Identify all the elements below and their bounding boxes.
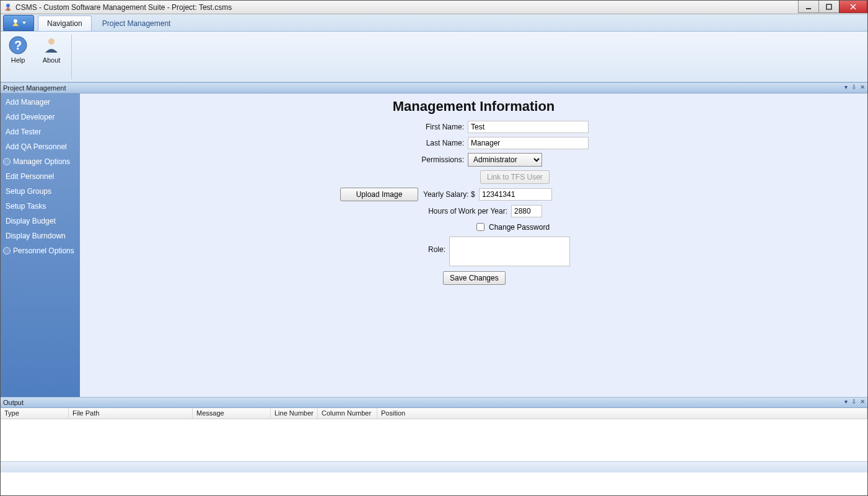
page-title: Management Information <box>80 98 867 115</box>
sidebar-item-display-budget[interactable]: Display Budget <box>1 214 80 228</box>
maximize-icon <box>826 4 832 10</box>
ribbon-tabs: Navigation Project Management <box>1 14 867 32</box>
svg-point-9 <box>48 38 55 45</box>
sidebar-item-personnel-options[interactable]: Personnel Options <box>1 243 80 258</box>
app-menu-icon <box>11 18 20 28</box>
first-name-field[interactable] <box>468 121 589 133</box>
svg-text:?: ? <box>14 38 22 52</box>
link-tfs-button[interactable]: Link to TFS User <box>480 170 550 184</box>
maximize-button[interactable] <box>818 1 840 13</box>
save-changes-button[interactable]: Save Changes <box>443 271 506 285</box>
first-name-label: First Name: <box>340 123 464 131</box>
output-col-file-path[interactable]: File Path <box>69 408 193 419</box>
tab-project-management[interactable]: Project Management <box>93 15 180 31</box>
sidebar: Add Manager Add Developer Add Tester Add… <box>1 94 80 397</box>
hours-per-year-field[interactable] <box>511 205 542 217</box>
panel-close-icon[interactable]: ✕ <box>860 84 865 90</box>
sidebar-item-add-tester[interactable]: Add Tester <box>1 124 80 139</box>
role-label: Role: <box>340 237 445 254</box>
sidebar-item-manager-options[interactable]: Manager Options <box>1 154 80 169</box>
output-col-type[interactable]: Type <box>1 408 69 419</box>
ribbon-body: ? Help About <box>1 32 867 82</box>
statusbar <box>1 461 867 472</box>
output-title: Output <box>3 399 24 406</box>
help-icon: ? <box>8 35 28 55</box>
output-col-line-number[interactable]: Line Number <box>271 408 318 419</box>
panel-pin-icon[interactable]: ⇩ <box>851 84 856 90</box>
minimize-button[interactable] <box>798 1 819 13</box>
content-area: Management Information First Name: Last … <box>80 94 867 397</box>
hours-per-year-label: Hours of Work per Year: <box>340 207 507 215</box>
yearly-salary-field[interactable] <box>479 188 552 201</box>
output-table-header: Type File Path Message Line Number Colum… <box>1 408 867 419</box>
output-col-position[interactable]: Position <box>377 408 867 419</box>
dropdown-icon <box>22 20 27 25</box>
tab-navigation[interactable]: Navigation <box>38 15 92 31</box>
panel-dropdown-icon[interactable]: ▾ <box>844 84 848 90</box>
role-field[interactable] <box>449 237 570 266</box>
svg-rect-1 <box>7 9 9 11</box>
help-button[interactable]: ? Help <box>6 34 30 79</box>
yearly-salary-label: Yearly Salary: $ <box>423 190 475 199</box>
minimize-icon <box>805 4 812 10</box>
sidebar-item-label: Personnel Options <box>13 246 74 255</box>
last-name-label: Last Name: <box>340 139 464 147</box>
panel-dropdown-icon[interactable]: ▾ <box>844 398 848 405</box>
sidebar-item-setup-tasks[interactable]: Setup Tasks <box>1 199 80 214</box>
titlebar: CSMS - Custom Software Management Suite … <box>1 1 867 14</box>
panel-header-output: Output ▾ ⇩ ✕ <box>1 397 867 408</box>
help-label: Help <box>11 56 25 64</box>
about-label: About <box>43 56 61 64</box>
last-name-field[interactable] <box>468 137 589 149</box>
app-menu-button[interactable] <box>3 15 34 31</box>
sidebar-item-setup-groups[interactable]: Setup Groups <box>1 184 80 199</box>
sidebar-item-add-developer[interactable]: Add Developer <box>1 110 80 124</box>
about-button[interactable]: About <box>39 34 64 79</box>
about-icon <box>42 35 61 55</box>
permissions-label: Permissions: <box>340 155 464 164</box>
change-password-checkbox[interactable] <box>476 223 484 231</box>
sidebar-item-add-qa-personnel[interactable]: Add QA Personnel <box>1 139 80 154</box>
svg-rect-3 <box>826 4 831 9</box>
output-body <box>1 419 867 461</box>
upload-image-button[interactable]: Upload Image <box>340 188 418 201</box>
svg-rect-2 <box>806 8 811 9</box>
close-button[interactable] <box>839 1 867 13</box>
app-icon <box>3 2 13 12</box>
permissions-select[interactable]: Administrator <box>468 153 542 167</box>
workspace: Add Manager Add Developer Add Tester Add… <box>1 94 867 397</box>
sidebar-item-add-manager[interactable]: Add Manager <box>1 95 80 110</box>
output-col-message[interactable]: Message <box>193 408 271 419</box>
sidebar-item-edit-personnel[interactable]: Edit Personnel <box>1 169 80 184</box>
panel-pin-icon[interactable]: ⇩ <box>851 398 856 405</box>
panel-title: Project Management <box>3 84 66 92</box>
panel-header-project-management: Project Management ▾ ⇩ ✕ <box>1 82 867 94</box>
management-form: First Name: Last Name: Permissions: Admi… <box>340 121 687 289</box>
close-icon <box>850 4 856 10</box>
change-password-label: Change Password <box>489 223 550 232</box>
radio-icon <box>3 247 11 255</box>
sidebar-item-label: Manager Options <box>13 157 70 166</box>
panel-close-icon[interactable]: ✕ <box>860 398 865 405</box>
sidebar-item-display-burndown[interactable]: Display Burndown <box>1 228 80 243</box>
window-title: CSMS - Custom Software Management Suite … <box>15 3 232 12</box>
radio-icon <box>3 158 11 165</box>
output-col-column-number[interactable]: Column Number <box>318 408 377 419</box>
